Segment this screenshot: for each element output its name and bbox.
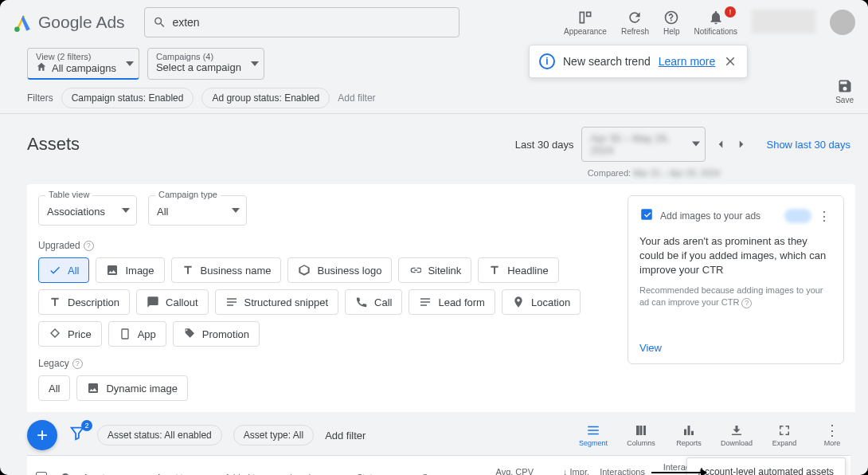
more-tool[interactable]: ⋮More (814, 423, 850, 447)
asset-type-headline[interactable]: Headline (478, 257, 558, 283)
asset-type-promotion[interactable]: Promotion (173, 321, 260, 347)
asset-type-image[interactable]: Image (96, 257, 164, 283)
toast-close-button[interactable] (723, 54, 737, 69)
header-asset[interactable]: Asset (75, 456, 148, 475)
recommendation-card: Add images to your ads ⋮ Your ads aren't… (628, 195, 844, 364)
add-image-icon (639, 207, 654, 225)
segment-icon (586, 423, 600, 438)
chevron-right-icon[interactable] (734, 137, 749, 151)
header-checkbox[interactable] (27, 456, 56, 475)
svg-point-0 (14, 26, 20, 32)
notification-badge: ! (725, 6, 736, 18)
check-icon (49, 264, 61, 277)
campaign-selector[interactable]: Campaigns (4) Select a campaign (147, 48, 264, 80)
page-title: Assets (27, 134, 80, 155)
asset-type-all[interactable]: All (38, 257, 89, 283)
caret-down-icon (251, 57, 259, 71)
asset-type-call[interactable]: Call (345, 289, 402, 315)
info-icon: i (539, 53, 555, 69)
header-avg-cpv[interactable]: Avg. CPV<> (486, 456, 542, 475)
date-range-dropdown[interactable]: Apr 30 – May 29, 2024 (581, 127, 706, 162)
ads-logo-icon (13, 12, 33, 33)
house-icon (36, 61, 47, 75)
refresh-button[interactable]: Refresh (621, 10, 649, 36)
table-toolbar: + 2 Asset status: All enabled Asset type… (0, 412, 868, 455)
download-icon (729, 423, 744, 438)
header-asset-type[interactable]: Asset type (148, 456, 217, 475)
reports-tool[interactable]: Reports (671, 423, 707, 447)
date-area: Last 30 days Apr 30 – May 29, 2024 Show … (515, 127, 850, 162)
header-status[interactable]: Status (349, 456, 414, 475)
header-status-dot (56, 456, 75, 475)
toast-learn-more-link[interactable]: Learn more (659, 55, 716, 68)
more-vert-icon: ⋮ (825, 423, 839, 438)
asset-type-structured-snippet[interactable]: Structured snippet (215, 289, 339, 315)
legacy-asset-types: All Dynamic image (38, 375, 592, 401)
header-added-to[interactable]: Added to (217, 456, 282, 475)
save-button[interactable]: Save (835, 78, 854, 104)
filter-chip-campaign-status[interactable]: Campaign status: Enabled (61, 88, 194, 108)
upgraded-label: Upgraded? (38, 240, 592, 251)
header-impr[interactable]: ↓ Impr.<> (542, 456, 597, 475)
help-icon[interactable]: ? (84, 241, 94, 251)
chip-asset-status[interactable]: Asset status: All enabled (97, 425, 222, 446)
table-view-select[interactable]: Table view Associations (38, 195, 137, 226)
help-icon[interactable]: ? (72, 359, 83, 369)
download-tool[interactable]: Download (718, 423, 755, 447)
appearance-icon (577, 10, 593, 26)
reports-icon (682, 423, 696, 438)
compared-row: Compared: Mar 31 – Apr 29, 2024 (0, 167, 868, 184)
reco-view-button[interactable]: View (639, 342, 662, 354)
toolbar-add-filter[interactable]: Add filter (325, 430, 366, 442)
asset-type-callout[interactable]: Callout (136, 289, 208, 315)
automated-assets-popover[interactable]: Account-level automated assets (686, 457, 846, 475)
header-level[interactable]: Level (282, 456, 349, 475)
header-source[interactable]: Source (414, 456, 486, 475)
chip-asset-type[interactable]: Asset type: All (233, 425, 314, 446)
asset-type-description[interactable]: Description (38, 289, 130, 315)
help-button[interactable]: Help (663, 10, 680, 36)
campaign-type-select[interactable]: Campaign type All (148, 195, 247, 226)
filters-row: Filters Campaign status: Enabled Ad grou… (0, 80, 868, 114)
caret-down-icon (126, 57, 134, 71)
asset-type-business-logo[interactable]: Business logo (287, 257, 392, 283)
filter-chip-adgroup-status[interactable]: Ad group status: Enabled (201, 88, 330, 108)
segment-tool[interactable]: Segment (575, 423, 612, 447)
date-nav-arrows (714, 137, 749, 151)
reco-more-button[interactable]: ⋮ (818, 209, 832, 224)
notifications-button[interactable]: ! Notifications (694, 10, 737, 36)
chevron-left-icon[interactable] (714, 137, 728, 151)
asset-type-business-name[interactable]: Business name (171, 257, 282, 283)
expand-tool[interactable]: Expand (766, 423, 803, 447)
columns-icon (634, 423, 648, 438)
save-icon (837, 78, 853, 94)
legacy-type-all[interactable]: All (38, 375, 70, 401)
fab-add-button[interactable]: + (27, 420, 57, 450)
asset-type-app[interactable]: App (108, 321, 166, 347)
user-avatar[interactable] (830, 10, 855, 35)
view-selector[interactable]: View (2 filters) All campaigns (27, 48, 139, 80)
asset-type-location[interactable]: Location (502, 289, 581, 315)
asset-type-price[interactable]: Price (38, 321, 102, 347)
legacy-type-dynamic-image[interactable]: Dynamic image (76, 375, 188, 401)
reco-title: Your ads aren't as prominent as they cou… (639, 234, 832, 278)
search-box[interactable] (144, 7, 459, 37)
add-filter-button[interactable]: Add filter (338, 92, 375, 104)
help-icon[interactable]: ? (741, 298, 752, 308)
headline-icon (488, 264, 501, 277)
appearance-button[interactable]: Appearance (564, 10, 607, 36)
show-last-30-link[interactable]: Show last 30 days (766, 139, 850, 151)
search-trend-toast: i New search trend Learn more (529, 45, 748, 78)
app-header: Google Ads Appearance Refresh Help ! (0, 0, 868, 45)
header-interactions[interactable]: Interactions<> (597, 456, 653, 475)
app-window: Google Ads Appearance Refresh Help ! (0, 0, 868, 475)
account-info-redacted (752, 10, 815, 33)
assets-table: Asset Asset type Added to Level Status S… (27, 455, 850, 475)
asset-type-lead-form[interactable]: Lead form (409, 289, 495, 315)
asset-type-sitelink[interactable]: Sitelink (398, 257, 471, 283)
columns-tool[interactable]: Columns (623, 423, 659, 447)
link-icon (409, 264, 421, 277)
search-input[interactable] (172, 16, 450, 29)
filter-funnel-button[interactable]: 2 (68, 425, 86, 446)
app-icon (119, 328, 131, 340)
